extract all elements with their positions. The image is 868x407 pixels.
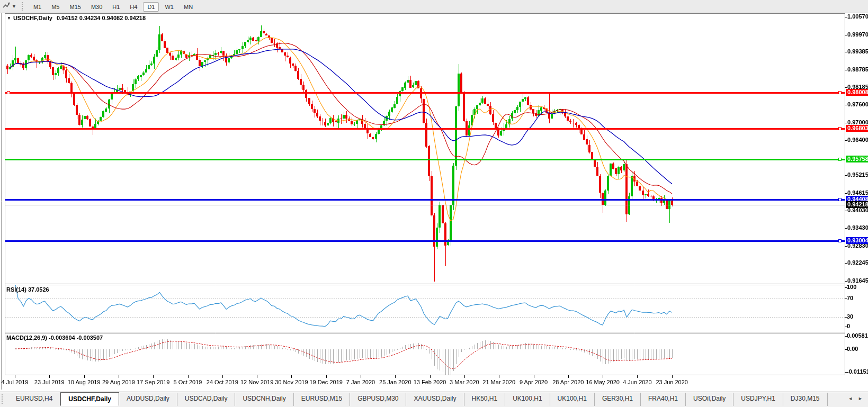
price-tick-label: 0.95215 [847,171,868,178]
chart-tab-uk100-h1[interactable]: UK100,H1 [505,393,550,406]
date-tick-label: 3 Mar 2020 [450,379,479,385]
date-tick-label: 12 Nov 2019 [240,379,273,385]
date-tick-label: 5 Oct 2019 [174,379,202,385]
trading-platform-window: ▼ M1M5M15M30H1H4D1W1MN ▼USDCHF,Daily0.94… [0,0,868,407]
date-tick-label: 10 Aug 2019 [68,379,101,385]
date-tick-label: 17 Sep 2019 [137,379,169,385]
date-tick-label: 21 Mar 2020 [482,379,515,385]
macd-axis-label: 0.00 [847,346,858,352]
chart-tab-usdjpy-h1[interactable]: USDJPY,H1 [733,393,783,406]
rsi-axis-label: 100 [847,284,856,290]
price-tick-label: 0.96400 [847,137,868,143]
chart-tab-usdcad-daily[interactable]: USDCAD,Daily [177,393,236,406]
chart-tab-fra40-h1[interactable]: FRA40,H1 [641,393,686,406]
macd-axis-label: 0.005818 [847,332,868,339]
hline-price-label: 0.95758 [846,156,868,162]
hline-price-label: 0.96803 [846,125,868,132]
chart-tab-uk100-h1[interactable]: UK100,H1 [550,393,595,406]
date-tick-label: 23 Jul 2019 [34,379,65,385]
tab-scroll-right-icon[interactable]: ► [858,396,863,401]
chart-canvas[interactable] [0,0,868,407]
price-tick-label: 0.94615 [847,189,868,196]
chart-tab-audusd-daily[interactable]: AUDUSD,Daily [119,393,177,406]
chart-tab-eurusd-h4[interactable]: EURUSD,H4 [8,393,60,406]
date-tick-label: 29 Aug 2019 [102,379,135,385]
chart-tab-bar: EURUSD,H4USDCHF,DailyAUDUSD,DailyUSDCAD,… [0,392,868,407]
date-tick-label: 16 May 2020 [586,379,620,385]
price-tick-label: 0.97600 [847,101,868,107]
rsi-axis-label: 0 [847,323,850,329]
chart-tab-usdchf-daily[interactable]: USDCHF,Daily [60,392,119,406]
chart-title: ▼USDCHF,Daily0.94152 0.94234 0.94082 0.9… [7,15,146,21]
chart-tab-usdcnh-daily[interactable]: USDCNH,Daily [235,393,293,406]
chart-tab-eurusd-m15[interactable]: EURUSD,M15 [294,393,350,406]
date-tick-label: 23 Jun 2020 [656,379,688,385]
date-tick-label: 30 Nov 2019 [275,379,308,385]
hline-price-label: 0.93004 [846,237,868,244]
price-tick-label: 0.93430 [847,224,868,231]
price-tick-label: 0.98785 [847,66,868,73]
tabbar-grip [2,394,5,404]
chart-title-symbol: USDCHF,Daily [13,15,52,21]
rsi-axis-label: 30 [847,313,853,320]
hline-price-label: 0.94218 [846,201,868,208]
chart-tab-gbpusd-m30[interactable]: GBPUSD,M30 [350,393,406,406]
chart-tab-xauusd-daily[interactable]: XAUUSD,Daily [406,393,464,406]
chart-tab-hk50-h1[interactable]: HK50,H1 [464,393,506,406]
price-tick-label: 1.00570 [847,13,868,20]
rsi-indicator-label: RSI(14) 37.0526 [6,286,49,293]
date-tick-label: 9 Apr 2020 [520,379,548,385]
price-tick-label: 0.99970 [847,31,868,38]
chart-tab-dj30-m15[interactable]: DJ30,M15 [783,393,828,406]
macd-indicator-label: MACD(12,26,9) -0.003604 -0.003507 [6,334,103,341]
price-tick-label: 0.91645 [847,277,868,284]
tab-scroll-left-icon[interactable]: ◄ [848,396,853,401]
price-tick-label: 0.99385 [847,48,868,55]
date-tick-label: 7 Jan 2020 [346,379,375,385]
price-tick-label: 0.92245 [847,259,868,266]
date-tick-label: 4 Jul 2019 [2,379,29,385]
chart-tab-ger30-h1[interactable]: GER30,H1 [595,393,641,406]
tab-items: EURUSD,H4USDCHF,DailyAUDUSD,DailyUSDCAD,… [8,392,828,406]
chart-title-ohlc: 0.94152 0.94234 0.94082 0.94218 [57,15,146,21]
date-tick-label: 4 Jun 2020 [623,379,651,385]
date-tick-label: 24 Oct 2019 [207,379,238,385]
rsi-axis-label: 70 [847,295,853,301]
date-tick-label: 13 Feb 2020 [414,379,446,385]
date-tick-label: 28 Apr 2020 [552,379,584,385]
hline-price-label: 0.98008 [846,89,868,96]
date-tick-label: 19 Dec 2019 [309,379,342,385]
symbol-dropdown-caret[interactable]: ▼ [7,16,11,21]
date-tick-label: 25 Jan 2020 [379,379,411,385]
macd-axis-label: -0.011514 [847,368,868,375]
chart-tab-usoil-daily[interactable]: USOil,Daily [686,393,733,406]
